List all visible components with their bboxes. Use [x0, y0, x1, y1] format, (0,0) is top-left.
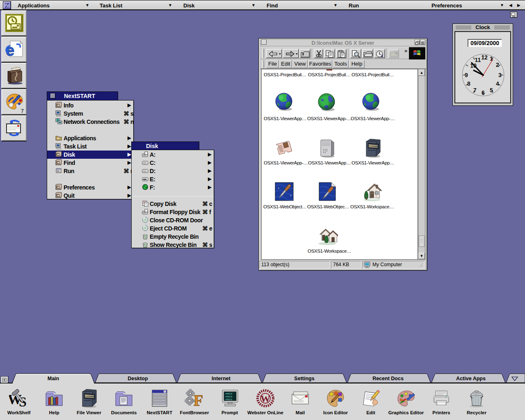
svg-text:5: 5 — [490, 87, 493, 94]
svg-text:6: 6 — [482, 89, 485, 96]
svg-text:Desktop: Desktop — [128, 376, 148, 381]
svg-text:9: 9 — [465, 72, 468, 78]
svg-text:Main: Main — [48, 376, 59, 381]
svg-text:8: 8 — [467, 80, 470, 87]
svg-text:4: 4 — [496, 80, 499, 87]
svg-text:10: 10 — [470, 62, 477, 69]
svg-text:Internet: Internet — [212, 376, 231, 381]
svg-text:Recent Docs: Recent Docs — [372, 376, 404, 381]
svg-text:1: 1 — [490, 55, 493, 62]
svg-text:2: 2 — [496, 62, 499, 68]
svg-text:X: X — [5, 2, 9, 9]
svg-text:12: 12 — [481, 54, 488, 61]
svg-text:7: 7 — [473, 87, 477, 94]
svg-text:Settings: Settings — [294, 376, 314, 381]
svg-text:3: 3 — [498, 72, 502, 78]
svg-text:Active Apps: Active Apps — [456, 376, 486, 381]
svg-text:11: 11 — [475, 57, 481, 63]
